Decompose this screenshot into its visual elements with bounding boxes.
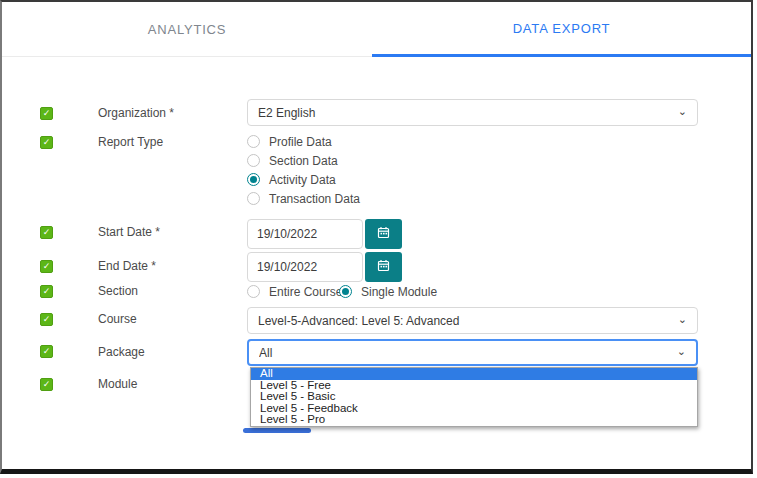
radio-single-module-label: Single Module xyxy=(361,286,437,299)
tab-data-export[interactable]: DATA EXPORT xyxy=(372,2,751,57)
radio-profile-data-label: Profile Data xyxy=(269,136,332,149)
package-label: Package xyxy=(98,346,145,359)
tab-analytics[interactable]: ANALYTICS xyxy=(2,2,372,57)
package-select-value: All xyxy=(259,346,677,360)
app-window: ANALYTICS DATA EXPORT ✓ Organization * E… xyxy=(0,0,753,474)
radio-activity-data[interactable] xyxy=(247,173,260,186)
report-type-checkbox[interactable]: ✓ xyxy=(40,136,53,149)
calendar-icon xyxy=(377,226,390,242)
end-date-label: End Date * xyxy=(98,260,156,273)
organization-select-value: E2 English xyxy=(258,106,678,120)
radio-activity-data-label: Activity Data xyxy=(269,174,336,187)
course-select-value: Level-5-Advanced: Level 5: Advanced xyxy=(258,314,678,328)
module-label: Module xyxy=(98,378,137,391)
chevron-down-icon: ⌄ xyxy=(678,106,687,116)
radio-section-data[interactable] xyxy=(247,154,260,167)
package-select[interactable]: All ⌄ xyxy=(247,339,698,366)
package-checkbox[interactable]: ✓ xyxy=(40,345,53,358)
package-dropdown-list: All Level 5 - Free Level 5 - Basic Level… xyxy=(250,367,698,427)
export-button-partial[interactable] xyxy=(243,428,311,433)
radio-profile-data[interactable] xyxy=(247,135,260,148)
end-date-input[interactable] xyxy=(247,252,363,282)
start-date-label: Start Date * xyxy=(98,226,160,239)
start-date-checkbox[interactable]: ✓ xyxy=(40,226,53,239)
course-select[interactable]: Level-5-Advanced: Level 5: Advanced ⌄ xyxy=(247,307,698,334)
section-checkbox[interactable]: ✓ xyxy=(40,285,53,298)
radio-transaction-data[interactable] xyxy=(247,192,260,205)
radio-transaction-data-label: Transaction Data xyxy=(269,193,360,206)
radio-entire-course[interactable] xyxy=(247,285,260,298)
end-date-calendar-button[interactable] xyxy=(365,252,402,282)
end-date-checkbox[interactable]: ✓ xyxy=(40,260,53,273)
section-label: Section xyxy=(98,285,138,298)
organization-select[interactable]: E2 English ⌄ xyxy=(247,99,698,126)
organization-checkbox[interactable]: ✓ xyxy=(40,107,53,120)
course-label: Course xyxy=(98,313,137,326)
report-type-label: Report Type xyxy=(98,136,163,149)
course-checkbox[interactable]: ✓ xyxy=(40,313,53,326)
calendar-icon xyxy=(377,259,390,275)
package-option-level5-pro[interactable]: Level 5 - Pro xyxy=(251,414,697,426)
chevron-down-icon: ⌄ xyxy=(677,346,686,356)
radio-entire-course-label: Entire Course xyxy=(269,286,342,299)
radio-single-module[interactable] xyxy=(339,285,352,298)
package-option-all[interactable]: All xyxy=(251,368,697,380)
module-checkbox[interactable]: ✓ xyxy=(40,378,53,391)
start-date-calendar-button[interactable] xyxy=(365,219,402,249)
radio-section-data-label: Section Data xyxy=(269,155,338,168)
start-date-input[interactable] xyxy=(247,219,363,249)
chevron-down-icon: ⌄ xyxy=(678,314,687,324)
tab-bar: ANALYTICS DATA EXPORT xyxy=(2,2,751,57)
organization-label: Organization * xyxy=(98,107,174,120)
